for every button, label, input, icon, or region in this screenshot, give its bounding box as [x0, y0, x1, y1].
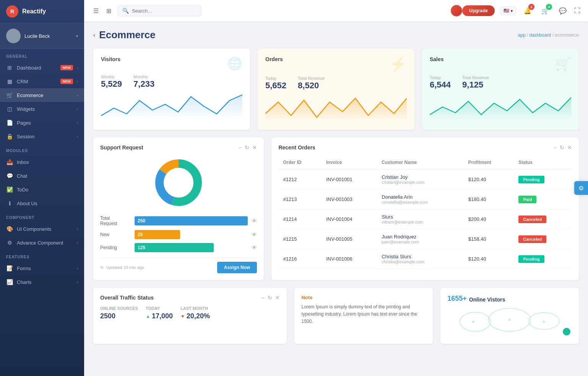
eye-icon[interactable]: 👁	[252, 232, 257, 238]
close-icon[interactable]: ✕	[567, 144, 572, 151]
topbar-right: Upgrade 🇺🇸 ▾ 🔔 2 🛒 4 💬 ⛶	[451, 5, 580, 17]
ecommerce-icon: 🛒	[6, 92, 13, 98]
sidebar-item-label: CRM	[17, 79, 57, 84]
arrow-icon: ›	[77, 93, 78, 97]
eye-icon[interactable]: 👁	[252, 218, 257, 224]
profit: $120.40	[464, 169, 514, 190]
sales-value1: 6,544	[430, 80, 451, 90]
page-header: ‹ Ecommerce app / dashboard / ecommerce	[93, 29, 579, 41]
search-box: 🔍	[117, 5, 201, 16]
col-status: Status	[514, 156, 572, 169]
new-request-row: New 25 👁	[100, 230, 257, 239]
traffic-col2-title: Today	[146, 306, 173, 311]
topbar: ☰ ⊞ 🔍 Upgrade 🇺🇸 ▾ 🔔 2 🛒 4	[84, 0, 588, 21]
grid-icon[interactable]: ⊞	[105, 6, 113, 16]
minimize-icon[interactable]: −	[239, 144, 242, 151]
arrow-icon: ›	[77, 107, 78, 111]
stats-row: Visitors 🌐 Weekly 5,529 Monthly 7,233	[93, 49, 579, 130]
bottom-row: Overall Traffic Status − ↻ ✕ Online Sour…	[93, 288, 579, 344]
invoice: INV-001004	[322, 209, 377, 229]
sidebar-logo: R Reactify	[0, 0, 84, 23]
notifications-button[interactable]: 🔔 2	[521, 5, 534, 17]
order-id: #1213	[278, 190, 322, 209]
upgrade-button[interactable]: Upgrade	[462, 5, 495, 16]
minimize-icon[interactable]: −	[262, 295, 265, 301]
orders-table: Order ID Invoice Customer Name Profitmen…	[278, 156, 572, 269]
sidebar-item-label: Forms	[17, 266, 73, 271]
dashboard-row: Support Request − ↻ ✕	[93, 138, 579, 280]
sidebar-item-advance-component[interactable]: ⚙ Advance Component ›	[0, 236, 84, 250]
flag-selector[interactable]: 🇺🇸 ▾	[500, 6, 516, 15]
arrow-icon: ›	[77, 121, 78, 125]
world-map	[447, 306, 572, 337]
refresh-icon[interactable]: ↻	[268, 295, 272, 301]
online-count: 1655+	[447, 295, 467, 303]
pending-label: Pending	[100, 245, 131, 250]
new-label: New	[100, 232, 131, 237]
refresh-icon[interactable]: ↻	[560, 144, 564, 151]
refresh-icon[interactable]: ↻	[245, 144, 249, 151]
sidebar-item-inbox[interactable]: 📥 Inbox	[0, 155, 84, 169]
user-name: Lucile Beck	[24, 33, 50, 39]
sidebar-item-chat[interactable]: 💬 Chat	[0, 169, 84, 183]
orders-icon: ⚡	[390, 56, 407, 72]
breadcrumb-current: ecommerce	[555, 32, 579, 38]
back-button[interactable]: ‹	[93, 32, 95, 39]
sidebar-item-charts[interactable]: 📈 Charts ›	[0, 275, 84, 289]
hamburger-icon[interactable]: ☰	[92, 6, 100, 16]
table-row: #1214 INV-001004 Slurs vikram@example.co…	[278, 209, 572, 229]
note-text: Lorem Ipsum is simply dummy text of the …	[301, 303, 426, 326]
online-label: Online Vistors	[469, 297, 505, 303]
sidebar-item-ui-components[interactable]: 🎨 UI Components ›	[0, 222, 84, 236]
messages-button[interactable]: 💬	[557, 5, 569, 17]
breadcrumb-app[interactable]: app	[518, 32, 526, 38]
settings-panel-button[interactable]: ⚙	[574, 181, 588, 195]
status: Canceled	[514, 229, 572, 249]
minimize-icon[interactable]: −	[554, 144, 557, 151]
sidebar-item-todo[interactable]: ✅ ToDo	[0, 183, 84, 196]
svg-marker-3	[265, 98, 407, 121]
fullscreen-icon[interactable]: ⛶	[574, 7, 580, 14]
sidebar-item-pages[interactable]: 📄 Pages ›	[0, 116, 84, 130]
eye-icon[interactable]: 👁	[252, 245, 257, 251]
svg-point-9	[460, 312, 491, 331]
assign-now-button[interactable]: Assign Now	[217, 262, 257, 273]
content-area: ‹ Ecommerce app / dashboard / ecommerce …	[84, 21, 588, 376]
traffic-col3-title: Last Month	[180, 306, 210, 311]
traffic-col1-title: Online Sources	[100, 306, 138, 311]
charts-icon: 📈	[6, 279, 13, 285]
sales-label1: Today	[430, 75, 451, 80]
sidebar-item-aboutus[interactable]: ℹ About Us	[0, 196, 84, 210]
svg-point-8	[164, 168, 193, 197]
sidebar-item-forms[interactable]: 📝 Forms ›	[0, 261, 84, 275]
sidebar-item-widgets[interactable]: ◫ Widgets ›	[0, 102, 84, 116]
section-modules: Modules	[0, 143, 84, 155]
page-title: Ecommerce	[99, 29, 155, 41]
table-row: #1215 INV-001005 Juan Rodriquez juan@exa…	[278, 229, 572, 249]
status: Paid	[514, 190, 572, 209]
sidebar-item-session[interactable]: 🔒 Session ›	[0, 130, 84, 143]
online-card: 1655+ Online Vistors	[440, 288, 579, 344]
sidebar-item-dashboard[interactable]: ⊞ Dashboard New ›	[0, 61, 84, 75]
visitors-icon: 🌐	[227, 56, 242, 71]
request-rows: TotalRequest 250 👁 New 25	[100, 216, 257, 252]
breadcrumb-dashboard[interactable]: dashboard	[530, 32, 551, 38]
avatar	[6, 29, 21, 43]
orders-label1: Today	[265, 76, 286, 81]
order-id: #1214	[278, 209, 322, 229]
order-id: #1216	[278, 249, 322, 269]
cart-button[interactable]: 🛒 4	[539, 5, 551, 17]
sidebar-item-crm[interactable]: ▦ CRM New ›	[0, 75, 84, 88]
search-input[interactable]	[132, 8, 189, 14]
sidebar-item-ecommerce[interactable]: 🛒 Ecommerce ›	[0, 88, 84, 102]
close-icon[interactable]: ✕	[252, 144, 257, 151]
traffic-cols: Online Sources 2500 Today ▲ 17,000 Last …	[100, 306, 280, 320]
visitors-label2: Monthly	[133, 75, 154, 79]
svg-marker-2	[101, 95, 242, 120]
user-profile[interactable]: Lucile Beck ▾	[0, 23, 84, 49]
close-icon[interactable]: ✕	[275, 295, 280, 301]
sidebar-item-label: Ecommerce	[17, 92, 73, 98]
sidebar-item-label: Pages	[17, 120, 73, 126]
gear-icon: ⚙	[578, 185, 584, 192]
flag-icon: 🇺🇸	[504, 8, 509, 13]
